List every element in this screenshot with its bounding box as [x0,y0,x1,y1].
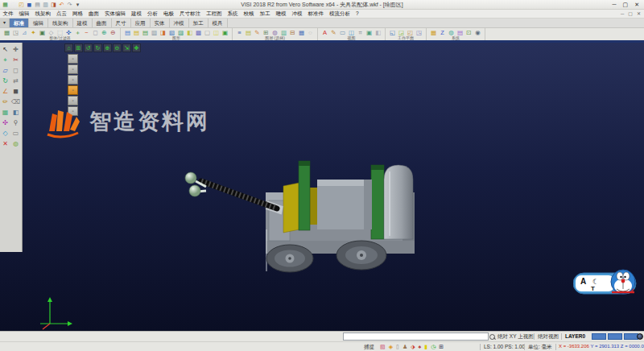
toolbar-tab[interactable]: 曲面 [93,19,112,27]
toolbar-dropdown-icon[interactable]: ▾ [0,19,10,27]
menu-item[interactable]: 建模 [129,10,145,18]
ribbon-tool-icon[interactable]: ▤ [142,29,149,36]
toolbar-tab[interactable]: 模具 [208,19,228,27]
ribbon-tool-icon[interactable]: Z [439,29,446,36]
print-icon[interactable]: ▥ [42,1,49,8]
ribbon-tool-icon[interactable]: ◌ [307,29,314,36]
ribbon-tool-icon[interactable]: ≡ [236,29,243,36]
ribbon-tool-icon[interactable]: ◳ [415,29,423,36]
snap-icon[interactable]: ⬗ [411,343,415,351]
ribbon-tool-icon[interactable]: ◧ [374,29,382,36]
menu-item[interactable]: 实体编辑 [102,10,129,18]
ribbon-tool-icon[interactable]: ◉ [474,29,481,36]
ribbon-tool-icon[interactable]: ▣ [39,29,46,36]
ribbon-tool-icon[interactable]: A [321,29,328,36]
snap-icon[interactable]: ▧ [380,343,386,351]
ribbon-tool-icon[interactable]: ▦ [3,29,10,36]
toolbar-tab[interactable]: 应用 [131,19,151,27]
toolbar-tab[interactable]: 加工 [189,19,208,27]
menu-item[interactable]: 编辑 [16,10,32,18]
qa-dropdown-icon[interactable]: ▾ [74,1,81,8]
snap-icon[interactable]: ▯ [396,343,399,351]
menu-item[interactable]: 工程图 [204,10,225,18]
menu-item[interactable]: 分析 [145,10,161,18]
snap-icon[interactable]: ♠ [419,343,422,351]
menu-item[interactable]: 电极 [161,10,177,18]
toolbar-tab[interactable]: 标准 [10,19,29,27]
status-indicator-2[interactable] [608,333,622,340]
ribbon-tool-icon[interactable]: ▢ [204,29,211,36]
menu-item[interactable]: 曲面 [86,10,102,18]
menu-item[interactable]: 校核 [241,10,257,18]
toolbar-tab[interactable]: 实体 [151,19,170,27]
ribbon-tool-icon[interactable]: ▭ [339,29,346,36]
menu-item[interactable]: 尺寸标注 [177,10,204,18]
mdi-minimize-button[interactable]: ─ [621,10,624,18]
ribbon-tool-icon[interactable]: ⊖ [109,29,117,36]
snap-icon[interactable]: ▮ [424,343,427,351]
command-input[interactable] [343,332,489,341]
snap-icon[interactable]: ◈ [389,343,393,351]
render-mode-icon[interactable] [637,333,643,340]
toolbar-tab[interactable]: 线架构 [48,19,73,27]
menu-item[interactable]: 文件 [0,10,16,18]
minimize-button[interactable]: ─ [613,0,617,9]
ribbon-tool-icon[interactable]: ⊟ [289,29,296,36]
active-layer-label[interactable]: LAYER0 [565,333,585,339]
ribbon-tool-icon[interactable]: ⌗ [357,29,364,36]
ribbon-tool-icon[interactable]: ▩ [195,29,202,36]
view-ref-label[interactable]: 绝对视图 [538,333,559,341]
ribbon-tool-icon[interactable]: ▦ [430,29,437,36]
toolbar-tab[interactable]: 尺寸 [112,19,131,27]
ribbon-tool-icon[interactable]: ✎ [330,29,337,36]
menu-item[interactable]: 系统 [225,10,241,18]
menu-item[interactable]: 加工 [257,10,273,18]
menu-item[interactable]: 冲模 [289,10,305,18]
maximize-button[interactable]: ▢ [623,0,629,9]
ribbon-tool-icon[interactable]: ▣ [365,29,373,36]
new-file-icon[interactable]: ▢ [10,1,17,8]
close-button[interactable]: ✕ [634,0,639,9]
menu-item[interactable]: 网格 [70,10,86,18]
view-mode-label[interactable]: 绝对 XY 上视图 [497,333,534,341]
menu-item[interactable]: 线架构 [32,10,54,18]
ribbon-tool-icon[interactable]: ◫ [213,29,220,36]
ribbon-tool-icon[interactable]: − [83,29,90,36]
stamp-icon[interactable]: ◨ [50,1,57,8]
undo-icon[interactable]: ↶ [58,1,65,8]
menu-item[interactable]: 标准件 [305,10,327,18]
menu-item[interactable]: 雕模 [273,10,289,18]
toolbar-tab[interactable]: 建模 [73,19,93,27]
ribbon-tool-icon[interactable]: ⊿ [21,29,28,36]
ribbon-tool-icon[interactable]: ✎ [254,29,261,36]
ime-toolbar[interactable]: A ☾ T [573,265,641,302]
menu-item[interactable]: ? [353,10,362,18]
ribbon-tool-icon[interactable]: ◳ [12,29,19,36]
menu-item[interactable]: 点云 [54,10,70,18]
ribbon-tool-icon[interactable]: ◧ [186,29,193,36]
ribbon-tool-icon[interactable]: ▤ [133,29,140,36]
open-file-icon[interactable]: ◰ [18,1,25,8]
app-icon[interactable]: ▦ [2,1,9,8]
ribbon-tool-icon[interactable]: ▤ [245,29,252,36]
ribbon-tool-icon[interactable]: ◨ [159,29,167,36]
redo-icon[interactable]: ↷ [66,1,73,8]
ribbon-tool-icon[interactable]: ▤ [124,29,131,36]
menu-item[interactable]: 模流分析 [327,10,353,18]
mdi-close-button[interactable]: ✕ [637,10,641,18]
ribbon-tool-icon[interactable]: ▥ [151,29,158,36]
viewport-3d[interactable]: ↖✚⌖✂▱◻↻⇄∠◼✏⌫▦◧✣⚲◇▭✕◍ ⌂⊞↺↻⊕⊖⇲✥ ▫▫▫▫▫▫ 智造资… [0,43,644,331]
snap-icon[interactable]: ♟ [402,343,407,351]
ribbon-tool-icon[interactable]: ◱ [389,29,396,36]
ribbon-tool-icon[interactable]: ⊡ [465,29,473,36]
toolbar-tab[interactable]: 编辑 [29,19,48,27]
ribbon-tool-icon[interactable]: ⊕ [101,29,108,36]
snap-icon[interactable]: ◷ [431,343,436,351]
status-indicator-1[interactable] [592,333,606,340]
save-icon[interactable]: ◼ [26,1,33,8]
save-all-icon[interactable]: ▤ [34,1,41,8]
ribbon-tool-icon[interactable]: ✦ [30,29,37,36]
snap-icon[interactable]: ⊞ [439,343,444,351]
toolbar-tab[interactable]: 冲模 [170,19,189,27]
ribbon-tool-icon[interactable]: ＋ [74,29,81,36]
